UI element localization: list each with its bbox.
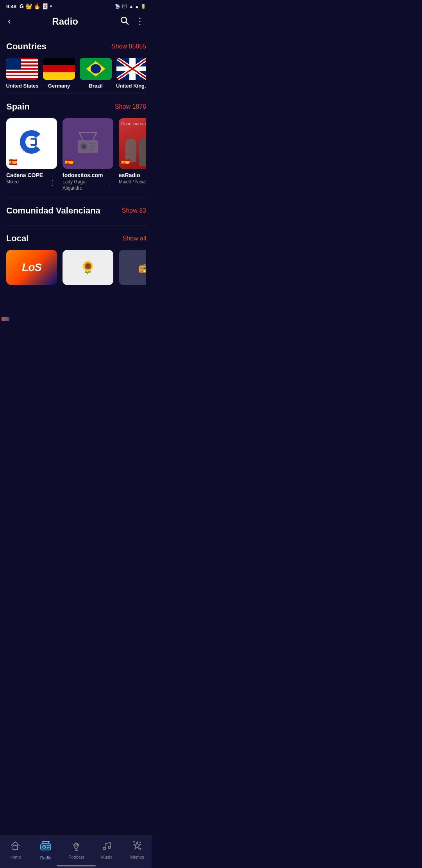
dot-indicator: • — [50, 3, 52, 9]
todoexitos-more[interactable]: ⋮ — [105, 179, 113, 186]
us-label: United States — [6, 83, 39, 89]
cope-flag: 🇪🇸 — [9, 158, 17, 167]
countries-section: Countries Show 85855 United States Germa… — [0, 34, 152, 93]
comunidad-show-link[interactable]: Show 83 — [122, 207, 146, 214]
esradio-flag: 🇪🇸 — [121, 158, 130, 167]
main-scroll: Countries Show 85855 United States Germa… — [0, 34, 152, 323]
los-thumb: LoS — [6, 250, 57, 285]
comunidad-title: Comunidad Valenciana — [6, 206, 100, 216]
page-title: Radio — [12, 16, 118, 27]
esradio-genre: Mixed / News / — [119, 179, 146, 185]
todoexitos-flag: 🇪🇸 — [65, 158, 73, 167]
todoexitos-thumb: 🇪🇸 — [63, 118, 113, 169]
svg-rect-8 — [89, 146, 96, 147]
wifi-icon: ▲ — [129, 4, 133, 9]
uk-flag — [116, 58, 146, 80]
station-card-todoexitos[interactable]: 🇪🇸 todoexitos.com Lady GagaAlejandro ⋮ — [63, 118, 113, 191]
signal-icon: ▲ — [135, 4, 139, 9]
todoexitos-genre: Lady GagaAlejandro — [63, 179, 105, 191]
google-icon: G — [20, 3, 24, 9]
de-flag — [43, 58, 75, 80]
local-title: Local — [6, 233, 29, 244]
station-card-esradio[interactable]: Conócenos: click aquí es 🇪🇸 esRadio — [119, 118, 146, 191]
local3-thumb: 📻 — [119, 250, 146, 285]
us-flag — [6, 58, 38, 80]
back-button[interactable]: ‹ — [6, 15, 12, 28]
app-icon-2: 🔥 — [34, 3, 40, 9]
country-item-uk[interactable]: United King... — [116, 58, 146, 89]
spain-section: Spain Show 1876 — [0, 94, 152, 197]
status-time: 9:48 — [6, 4, 16, 9]
local-stations-row: LoS 🌻 📻 — [6, 250, 146, 288]
cope-more[interactable]: ⋮ — [48, 179, 57, 186]
station-card-local3[interactable]: 📻 — [119, 250, 146, 285]
cope-name: Cadena COPE — [6, 172, 57, 178]
svg-line-11 — [93, 133, 97, 140]
esradio-name: esRadio — [119, 172, 146, 178]
country-item-us[interactable]: United States — [6, 58, 38, 89]
svg-line-10 — [79, 133, 83, 140]
country-item-de[interactable]: Germany — [43, 58, 75, 89]
country-item-br[interactable]: Brazil — [80, 58, 112, 89]
battery-icon: 🔋 — [141, 4, 146, 9]
cope-genre: Mixed — [6, 179, 48, 185]
de-label: Germany — [48, 83, 70, 89]
svg-rect-3 — [29, 140, 35, 144]
svg-point-6 — [82, 145, 86, 149]
station-card-los[interactable]: LoS — [6, 250, 57, 285]
spain-title: Spain — [6, 102, 30, 112]
countries-row: United States Germany Brazil United King — [6, 58, 146, 90]
svg-rect-9 — [89, 149, 94, 151]
countries-show-link[interactable]: Show 85855 — [111, 43, 146, 50]
spain-stations-row: 🇪🇸 Cadena COPE Mixed ⋮ — [6, 118, 146, 194]
station-card-cope[interactable]: 🇪🇸 Cadena COPE Mixed ⋮ — [6, 118, 57, 191]
cast-icon: 📡 — [115, 4, 120, 9]
local2-thumb: 🌻 — [63, 250, 113, 285]
comunidad-section: Comunidad Valenciana Show 83 — [0, 198, 152, 225]
svg-rect-7 — [89, 143, 96, 144]
br-flag — [80, 58, 112, 80]
search-button[interactable] — [118, 14, 131, 29]
countries-title: Countries — [6, 41, 46, 52]
more-options-button[interactable]: ⋮ — [134, 14, 146, 29]
local-section: Local Show all LoS 🌻 📻 — [0, 226, 152, 291]
cope-thumb: 🇪🇸 — [6, 118, 57, 169]
todoexitos-name: todoexitos.com — [63, 172, 113, 178]
svg-line-1 — [126, 22, 129, 25]
header: ‹ Radio ⋮ — [0, 11, 152, 34]
vibrate-icon: 📳 — [122, 4, 127, 9]
br-label: Brazil — [89, 83, 102, 89]
status-bar: 9:48 G 👑 🔥 🃏 • 📡 📳 ▲ ▲ 🔋 — [0, 0, 152, 11]
station-card-local2[interactable]: 🌻 — [63, 250, 113, 285]
app-icon-3: 🃏 — [42, 3, 48, 9]
app-icon-1: 👑 — [25, 3, 32, 9]
local-show-link[interactable]: Show all — [123, 235, 146, 242]
esradio-thumb: Conócenos: click aquí es 🇪🇸 — [119, 118, 146, 169]
uk-label: United King... — [116, 83, 146, 89]
spain-show-link[interactable]: Show 1876 — [115, 103, 146, 110]
